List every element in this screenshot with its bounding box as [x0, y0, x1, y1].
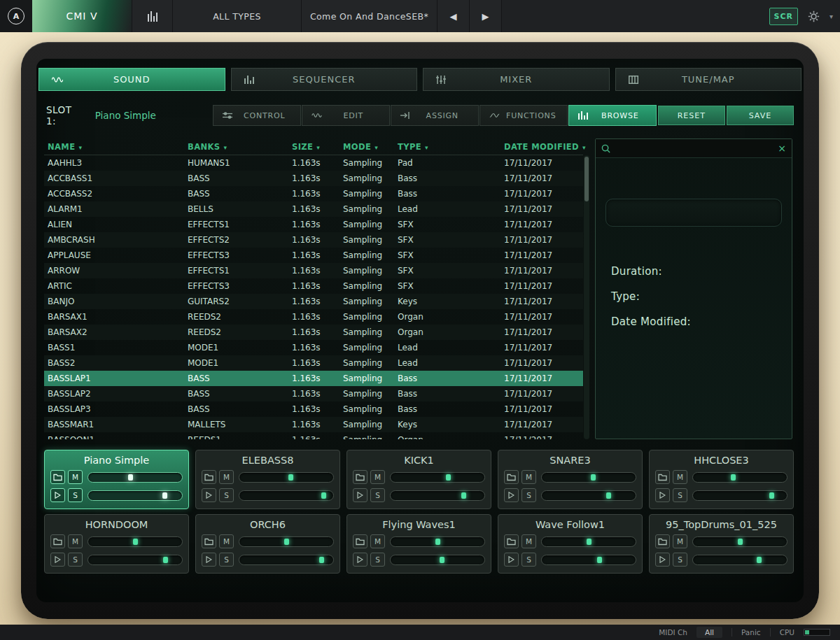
folder-button[interactable]	[353, 470, 368, 484]
slot-slider-bottom[interactable]	[88, 490, 183, 501]
slider-handle[interactable]	[321, 492, 326, 499]
play-button[interactable]	[202, 488, 216, 502]
table-row[interactable]: ALARM1 BELLS 1.163s Sampling Lead 17/11/…	[44, 201, 583, 217]
scrollbar-thumb[interactable]	[584, 157, 589, 201]
slot-slider-top[interactable]	[541, 472, 636, 483]
mute-button[interactable]: M	[68, 470, 83, 484]
slider-handle[interactable]	[587, 539, 592, 545]
table-row[interactable]: BARSAX2 REEDS2 1.163s Sampling Organ 17/…	[44, 325, 583, 340]
table-row[interactable]: BASSLAP3 BASS 1.163s Sampling Bass 17/11…	[44, 401, 583, 417]
slot-slider-top[interactable]	[692, 472, 788, 483]
mute-button[interactable]: M	[522, 534, 536, 548]
slider-handle[interactable]	[446, 474, 451, 481]
tab-tune-map[interactable]: TUNE/MAP	[615, 68, 802, 91]
table-row[interactable]: ACCBASS1 BASS 1.163s Sampling Bass 17/11…	[44, 171, 583, 186]
slot-slider-bottom[interactable]	[390, 555, 485, 565]
table-row[interactable]: BASSOON1 REEDS1 1.163s Sampling Organ 17…	[44, 432, 583, 439]
mute-button[interactable]: M	[370, 534, 385, 548]
tab-functions[interactable]: FUNCTIONS	[479, 105, 568, 126]
mute-button[interactable]: M	[673, 470, 687, 484]
folder-button[interactable]	[655, 534, 670, 548]
play-button[interactable]	[353, 488, 368, 502]
column-name[interactable]: NAME	[44, 138, 184, 156]
table-row[interactable]: BASS2 MODE1 1.163s Sampling Lead 17/11/2…	[44, 355, 583, 371]
table-row[interactable]: BARSAX1 REEDS2 1.163s Sampling Organ 17/…	[44, 309, 583, 325]
tab-sound[interactable]: SOUND	[38, 68, 225, 91]
slider-handle[interactable]	[163, 557, 168, 563]
folder-button[interactable]	[202, 470, 216, 484]
table-row[interactable]: ARROW EFFECTS1 1.163s Sampling SFX 17/11…	[44, 263, 583, 278]
prev-preset-button[interactable]: ◀	[437, 0, 469, 32]
slot-slider-top[interactable]	[541, 536, 636, 547]
slider-handle[interactable]	[133, 539, 138, 545]
column-date-modified[interactable]: DATE MODIFIED	[500, 138, 586, 156]
slider-handle[interactable]	[606, 492, 611, 499]
mute-button[interactable]: M	[219, 470, 234, 484]
slider-handle[interactable]	[769, 492, 774, 499]
mute-button[interactable]: M	[68, 534, 83, 548]
solo-button[interactable]: S	[522, 553, 536, 567]
table-row[interactable]: ALIEN EFFECTS1 1.163s Sampling SFX 17/11…	[44, 217, 583, 232]
solo-button[interactable]: S	[219, 488, 234, 502]
library-button[interactable]	[132, 0, 172, 32]
column-type[interactable]: TYPE	[394, 138, 500, 156]
solo-button[interactable]: S	[370, 488, 385, 502]
arturia-logo-button[interactable]: A	[0, 0, 32, 32]
all-types-dropdown[interactable]: ALL TYPES	[172, 0, 301, 32]
table-row[interactable]: BASSLAP1 BASS 1.163s Sampling Bass 17/11…	[44, 371, 583, 386]
slot-tile[interactable]: Flying Waves1 M S	[346, 514, 491, 574]
slot-slider-bottom[interactable]	[239, 555, 334, 565]
slider-handle[interactable]	[128, 474, 133, 481]
slider-handle[interactable]	[288, 474, 293, 481]
slot-tile[interactable]: ORCH6 M S	[195, 514, 340, 574]
slot-tile[interactable]: Wave Follow1 M S	[498, 514, 643, 574]
mute-button[interactable]: M	[522, 470, 536, 484]
settings-gear-button[interactable]	[808, 10, 820, 22]
play-button[interactable]	[50, 553, 65, 567]
tab-edit[interactable]: EDIT	[302, 105, 390, 126]
tab-assign[interactable]: ASSIGN	[391, 105, 479, 126]
slot-slider-top[interactable]	[692, 536, 788, 547]
midi-ch-value[interactable]: All	[696, 627, 722, 638]
column-banks[interactable]: BANKS	[184, 138, 288, 156]
slider-handle[interactable]	[731, 474, 736, 481]
column-mode[interactable]: MODE	[340, 138, 394, 156]
slider-handle[interactable]	[738, 539, 743, 545]
play-button[interactable]	[202, 553, 216, 567]
titlebar-caret-button[interactable]: ▾	[830, 13, 833, 20]
scr-button[interactable]: SCR	[769, 8, 798, 25]
play-button[interactable]	[353, 553, 368, 567]
slider-handle[interactable]	[319, 557, 324, 563]
preset-name-field[interactable]: Come On And DanceSEB*	[301, 0, 437, 32]
mute-button[interactable]: M	[673, 534, 687, 548]
slot-slider-top[interactable]	[239, 472, 334, 483]
slot-slider-bottom[interactable]	[541, 490, 636, 501]
table-row[interactable]: BASSLAP2 BASS 1.163s Sampling Bass 17/11…	[44, 386, 583, 401]
folder-button[interactable]	[655, 470, 670, 484]
slot-tile[interactable]: KICK1 M S	[346, 450, 491, 509]
solo-button[interactable]: S	[68, 553, 83, 567]
slider-handle[interactable]	[461, 492, 466, 499]
play-button[interactable]	[504, 553, 519, 567]
folder-button[interactable]	[504, 470, 519, 484]
slider-handle[interactable]	[591, 474, 596, 481]
folder-button[interactable]	[504, 534, 519, 548]
table-row[interactable]: AMBCRASH EFFECTS2 1.163s Sampling SFX 17…	[44, 232, 583, 248]
table-row[interactable]: ACCBASS2 BASS 1.163s Sampling Bass 17/11…	[44, 186, 583, 201]
folder-button[interactable]	[50, 534, 65, 548]
panic-button[interactable]: Panic	[741, 628, 761, 637]
slot-tile[interactable]: 95_TopDrums_01_525 M S	[649, 514, 794, 574]
solo-button[interactable]: S	[219, 553, 234, 567]
slider-handle[interactable]	[597, 557, 602, 563]
table-row[interactable]: BANJO GUITARS2 1.163s Sampling Keys 17/1…	[44, 294, 583, 309]
folder-button[interactable]	[50, 470, 65, 484]
slot-slider-top[interactable]	[390, 536, 485, 547]
slot-slider-top[interactable]	[390, 472, 485, 483]
column-size[interactable]: SIZE	[288, 138, 340, 156]
slot-tile[interactable]: ELEBASS8 M S	[195, 450, 340, 509]
play-button[interactable]	[504, 488, 519, 502]
slot-tile[interactable]: SNARE3 M S	[498, 450, 643, 509]
slot-tile[interactable]: HORNDOOM M S	[44, 514, 189, 574]
solo-button[interactable]: S	[68, 488, 83, 502]
slot-slider-bottom[interactable]	[88, 555, 183, 565]
